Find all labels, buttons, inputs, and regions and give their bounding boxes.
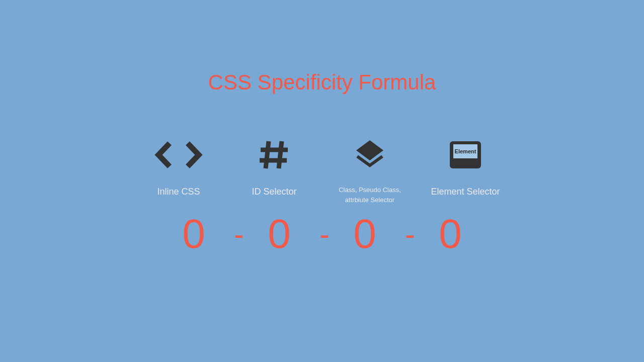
value-class: 0 bbox=[317, 210, 413, 257]
svg-line-0 bbox=[266, 141, 269, 168]
column-inline-css: Inline CSS bbox=[131, 135, 226, 210]
column-class-selector: Class, Pseudo Class, attrbiute Selector bbox=[322, 135, 418, 210]
column-label: ID Selector bbox=[252, 185, 296, 210]
column-element-selector: Element Element Selector bbox=[418, 135, 513, 210]
layers-icon bbox=[352, 135, 387, 175]
value-inline: 0 bbox=[146, 210, 242, 257]
svg-line-1 bbox=[279, 141, 282, 168]
element-text: Element bbox=[453, 144, 477, 158]
page-title: CSS Specificity Formula bbox=[208, 70, 436, 95]
hash-icon bbox=[257, 135, 292, 175]
element-box-icon: Element bbox=[450, 135, 481, 175]
label-line-2: attrbiute Selector bbox=[339, 195, 401, 205]
column-label: Element Selector bbox=[431, 185, 500, 210]
value-id: 0 bbox=[231, 210, 327, 257]
angle-brackets-icon bbox=[153, 135, 204, 175]
value-element: 0 bbox=[403, 210, 498, 257]
label-line-1: Class, Pseudo Class, bbox=[339, 185, 401, 195]
specificity-columns: Inline CSS ID Selector Class, Pseudo Cla… bbox=[0, 135, 644, 210]
formula-row: 0 - 0 - 0 - 0 bbox=[0, 210, 644, 257]
column-id-selector: ID Selector bbox=[226, 135, 322, 210]
column-label: Inline CSS bbox=[157, 185, 200, 210]
column-label: Class, Pseudo Class, attrbiute Selector bbox=[339, 185, 401, 210]
